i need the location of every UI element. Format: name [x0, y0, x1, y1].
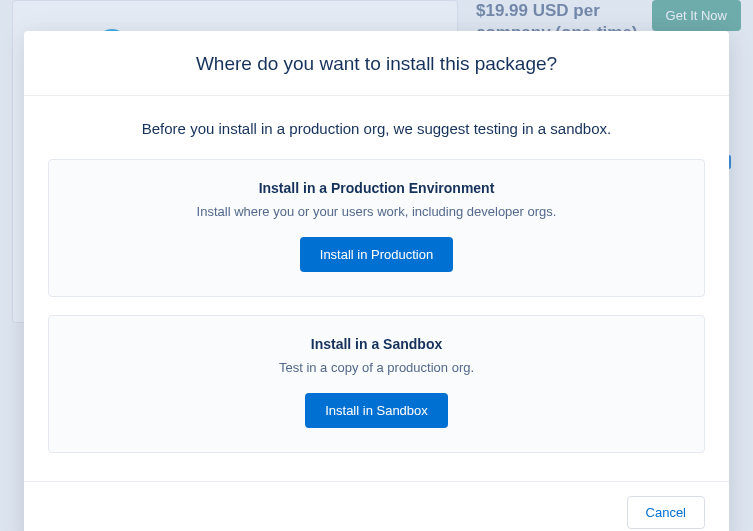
option-sandbox-desc: Test in a copy of a production org.	[69, 360, 684, 375]
install-sandbox-button[interactable]: Install in Sandbox	[305, 393, 448, 428]
install-modal: Where do you want to install this packag…	[24, 31, 729, 531]
modal-header: Where do you want to install this packag…	[24, 31, 729, 96]
modal-footer: Cancel	[24, 481, 729, 531]
option-production: Install in a Production Environment Inst…	[48, 159, 705, 297]
modal-body: Before you install in a production org, …	[24, 96, 729, 481]
option-sandbox: Install in a Sandbox Test in a copy of a…	[48, 315, 705, 453]
close-icon[interactable]	[703, 30, 727, 54]
modal-title: Where do you want to install this packag…	[48, 53, 705, 75]
install-production-button[interactable]: Install in Production	[300, 237, 453, 272]
option-sandbox-title: Install in a Sandbox	[69, 336, 684, 352]
option-production-desc: Install where you or your users work, in…	[69, 204, 684, 219]
modal-pretext: Before you install in a production org, …	[48, 120, 705, 137]
cancel-button[interactable]: Cancel	[627, 496, 705, 529]
option-production-title: Install in a Production Environment	[69, 180, 684, 196]
